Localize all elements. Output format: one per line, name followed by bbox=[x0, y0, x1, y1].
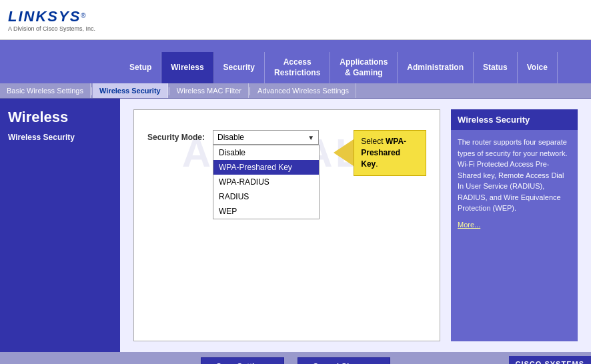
cisco-logo: CISCO SYSTEMS bbox=[509, 356, 591, 364]
nav-applications-gaming[interactable]: Applications & Gaming bbox=[330, 52, 398, 83]
arrow-icon bbox=[334, 139, 354, 166]
sub-nav-advanced[interactable]: Advanced Wireless Settings bbox=[251, 83, 356, 98]
tooltip-box: Select WPA-Preshared Key. bbox=[354, 130, 426, 175]
sub-nav-basic[interactable]: Basic Wireless Settings bbox=[0, 83, 91, 98]
option-radius[interactable]: RADIUS bbox=[213, 189, 319, 204]
info-panel-text: The router supports four separate types … bbox=[458, 138, 567, 212]
info-panel-body: The router supports four separate types … bbox=[451, 130, 578, 237]
cisco-text: CISCO SYSTEMS bbox=[516, 360, 584, 364]
security-mode-dropdown[interactable]: Disable ▼ Disable WPA-Preshared Key WPA-… bbox=[213, 130, 319, 145]
nav-security[interactable]: Security bbox=[214, 52, 265, 83]
option-wep[interactable]: WEP bbox=[213, 204, 319, 219]
bottom-section: Save Settings Cancel Changes CISCO SYSTE… bbox=[0, 352, 591, 364]
info-panel: Wireless Security The router supports fo… bbox=[451, 109, 578, 341]
page-title: Wireless bbox=[0, 99, 120, 129]
cancel-changes-button[interactable]: Cancel Changes bbox=[298, 357, 390, 364]
nav-administration[interactable]: Administration bbox=[398, 52, 474, 83]
header: LINKSYS® A Division of Cisco Systems, In… bbox=[0, 0, 591, 40]
main-nav: Setup Wireless Security Access Restricti… bbox=[0, 52, 591, 83]
main-content: APPUALS Security Mode: Disable ▼ Disable… bbox=[120, 99, 591, 352]
logo-subtitle: A Division of Cisco Systems, Inc. bbox=[8, 25, 95, 32]
dropdown-arrow-icon: ▼ bbox=[308, 134, 314, 141]
content-wrapper: Wireless Wireless Security APPUALS Secur… bbox=[0, 99, 591, 352]
logo-area: LINKSYS® A Division of Cisco Systems, In… bbox=[8, 8, 95, 32]
sub-nav: Basic Wireless Settings | Wireless Secur… bbox=[0, 83, 591, 99]
logo-text: LINKSYS bbox=[8, 8, 81, 25]
sidebar-section-label: Wireless Security bbox=[0, 129, 120, 145]
dropdown-current-value: Disable bbox=[217, 133, 244, 142]
nav-status[interactable]: Status bbox=[474, 52, 518, 83]
dropdown-selected-value[interactable]: Disable ▼ bbox=[213, 130, 319, 145]
security-mode-row: Security Mode: Disable ▼ Disable WPA-Pre… bbox=[147, 130, 426, 175]
sub-nav-wireless-security[interactable]: Wireless Security bbox=[93, 83, 168, 98]
nav-wireless[interactable]: Wireless bbox=[161, 52, 213, 83]
sub-nav-mac-filter[interactable]: Wireless MAC Filter bbox=[170, 83, 249, 98]
more-link[interactable]: More... bbox=[458, 219, 571, 231]
option-wpa-preshared[interactable]: WPA-Preshared Key bbox=[213, 160, 319, 175]
info-panel-title: Wireless Security bbox=[451, 109, 578, 130]
dropdown-list: Disable WPA-Preshared Key WPA-RADIUS RAD… bbox=[213, 145, 320, 219]
option-disable[interactable]: Disable bbox=[213, 145, 319, 160]
nav-access-restrictions[interactable]: Access Restrictions bbox=[265, 52, 330, 83]
left-sidebar: Wireless Wireless Security bbox=[0, 99, 120, 352]
form-area: APPUALS Security Mode: Disable ▼ Disable… bbox=[133, 109, 440, 341]
arrow-annotation: Select WPA-Preshared Key. bbox=[334, 130, 426, 175]
save-settings-button[interactable]: Save Settings bbox=[201, 357, 284, 364]
security-mode-label: Security Mode: bbox=[147, 130, 205, 142]
top-bar bbox=[0, 40, 591, 52]
logo: LINKSYS® bbox=[8, 8, 95, 25]
logo-registered: ® bbox=[81, 12, 85, 19]
nav-voice[interactable]: Voice bbox=[518, 52, 558, 83]
nav-setup[interactable]: Setup bbox=[120, 52, 161, 83]
option-wpa-radius[interactable]: WPA-RADIUS bbox=[213, 175, 319, 189]
